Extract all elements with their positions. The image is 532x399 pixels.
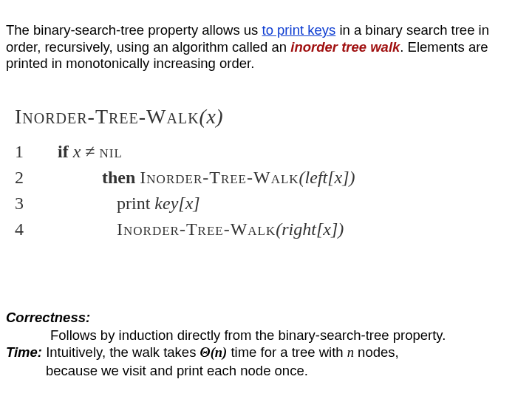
correctness-label: Correctness: [6, 310, 90, 325]
time-text-pre: Intuitively, the walk takes [42, 344, 200, 360]
call-arg: (left[x]) [299, 168, 355, 187]
line-code: then Inorder-Tree-Walk(left[x]) [38, 165, 355, 191]
intro-text-1: The binary-search-tree property allows u… [6, 22, 262, 38]
keyword-if: if [58, 142, 73, 161]
line-number: 1 [15, 139, 38, 165]
pseudocode-block: Inorder-Tree-Walk(x) 1 if x ≠ nil 2 then… [15, 105, 517, 242]
line-number: 2 [15, 165, 38, 191]
time-line-1: Time: Intuitively, the walk takes Θ(n) t… [6, 344, 526, 362]
time-text-mid: time for a tree with [227, 344, 347, 360]
algo-line: 4 Inorder-Tree-Walk(right[x]) [15, 216, 355, 242]
expr: x ≠ [73, 142, 100, 161]
call-arg: (right[x]) [276, 219, 344, 239]
algo-lines: 1 if x ≠ nil 2 then Inorder-Tree-Walk(le… [15, 139, 355, 242]
call-name: Inorder-Tree-Walk [117, 219, 276, 239]
inorder-tree-walk-term: inorder tree walk [290, 39, 400, 55]
analysis-block: Correctness: Follows by induction direct… [6, 309, 526, 380]
line-code: print key[x] [38, 191, 355, 216]
line-code: Inorder-Tree-Walk(right[x]) [38, 216, 355, 242]
theta-n: Θ(n) [200, 345, 228, 360]
correctness-line: Correctness: [6, 309, 526, 327]
n-var: n [347, 345, 354, 360]
time-label: Time: [6, 344, 42, 360]
time-text-post: nodes, [354, 344, 399, 360]
intro-paragraph: The binary-search-tree property allows u… [6, 22, 526, 72]
algo-line: 2 then Inorder-Tree-Walk(left[x]) [15, 165, 355, 191]
slide: The binary-search-tree property allows u… [0, 0, 532, 399]
algo-line: 1 if x ≠ nil [15, 139, 355, 165]
algo-line: 3 print key[x] [15, 191, 355, 216]
keyword-then: then [102, 168, 140, 187]
call-name: Inorder-Tree-Walk [140, 168, 299, 187]
print-keys-link[interactable]: to print keys [262, 22, 336, 38]
algo-name: Inorder-Tree-Walk [15, 105, 200, 128]
nil-literal: nil [100, 142, 123, 161]
correctness-body: Follows by induction directly from the b… [6, 327, 526, 344]
line-number: 3 [15, 191, 38, 216]
time-line-2: because we visit and print each node onc… [6, 362, 526, 380]
line-code: if x ≠ nil [38, 139, 355, 165]
line-number: 4 [15, 216, 38, 242]
key-expr: key[x] [154, 194, 200, 213]
print-keyword: print [117, 194, 154, 213]
algo-title: Inorder-Tree-Walk(x) [15, 105, 517, 129]
algo-arg: (x) [200, 105, 224, 128]
